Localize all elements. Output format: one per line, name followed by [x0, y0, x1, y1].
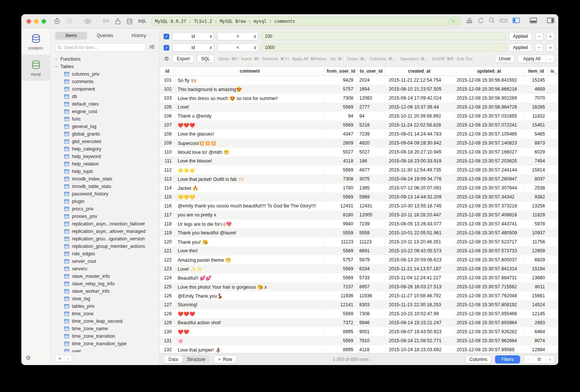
- table-row[interactable]: 131🌸556979102015-08-24 21:08:52.7712015-…: [160, 336, 558, 345]
- add-filter-button[interactable]: +: [546, 32, 555, 40]
- cell-item_id[interactable]: 9382: [525, 192, 547, 201]
- cell-created_at[interactable]: 2015-11-30 12:54:49.735: [385, 165, 453, 174]
- cell-item_id[interactable]: 11832: [525, 112, 547, 121]
- table-row[interactable]: 105Love!556927772015-12-06 10:37:39.4420…: [160, 103, 558, 112]
- cell-from_user_id[interactable]: 5569: [325, 246, 357, 255]
- cell-created_at[interactable]: 2015-08-18 20:27:10.945: [385, 148, 453, 157]
- sidebar-item-table[interactable]: password_history: [54, 190, 160, 198]
- table-row[interactable]: 129Beautiful action shot!737299462015-08…: [160, 318, 558, 327]
- sidebar-item-table[interactable]: func: [54, 115, 160, 123]
- sidebar-search-input[interactable]: [64, 45, 143, 50]
- sidebar-item-table[interactable]: replication_asyn...nnection_failover: [54, 220, 160, 228]
- column-header-created_at[interactable]: created_at: [385, 67, 453, 76]
- table-row[interactable]: 112🌟🌟🌟556948772015-11-30 12:54:49.735201…: [160, 165, 558, 174]
- sidebar-item-table[interactable]: component: [54, 85, 160, 93]
- cell-is_[interactable]: [547, 291, 558, 300]
- filter-value-input[interactable]: [261, 32, 506, 40]
- cell-is_[interactable]: [547, 130, 558, 139]
- column-header-updated_at[interactable]: updated_at: [453, 67, 525, 76]
- sidebar-item-table[interactable]: slow_log: [54, 295, 160, 303]
- cell-comment[interactable]: Stunning!: [175, 300, 325, 309]
- sidebar-item-table[interactable]: columns_priv: [54, 70, 160, 78]
- table-row[interactable]: 103Love this dress so much 😍 so nice for…: [160, 94, 558, 103]
- export-button[interactable]: Export: [173, 55, 194, 63]
- cell-to_user_id[interactable]: 9946: [357, 318, 385, 327]
- table-row[interactable]: 124Beautiful!! 💕💕556957332015-11-04 12:2…: [160, 273, 558, 282]
- toggle-left-panel-icon[interactable]: [512, 17, 520, 25]
- cell-item_id[interactable]: 6029: [525, 148, 547, 157]
- cell-comment[interactable]: Love this dress so much 😍 so nice for su…: [175, 94, 325, 103]
- cell-from_user_id[interactable]: 5757: [325, 85, 357, 94]
- cell-to_user_id[interactable]: 8691: [357, 246, 385, 255]
- cell-from_user_id[interactable]: 1780: [325, 183, 357, 192]
- cell-created_at[interactable]: 2015-10-30 13:55:18.745: [385, 201, 453, 210]
- cell-comment[interactable]: Thank u @emily: [175, 112, 325, 121]
- cell-from_user_id[interactable]: 11123: [325, 237, 357, 246]
- cell-item_id[interactable]: 12659: [525, 246, 547, 255]
- table-row[interactable]: 126@Emily Thank you💃🏽11936119362015-11-2…: [160, 291, 558, 300]
- cell-is_[interactable]: [547, 85, 558, 94]
- table-row[interactable]: 123Love! ✨✨556963342015-11-21 14:13:57.1…: [160, 264, 558, 273]
- cell-to_user_id[interactable]: 9001: [357, 327, 385, 336]
- cell-updated_at[interactable]: 2015-12-08 15:30:57.808192: [453, 300, 525, 309]
- filter-column-select[interactable]: id: [172, 32, 214, 40]
- table-row[interactable]: 102This background is amazing😍5757165420…: [160, 85, 558, 94]
- filter-checkbox[interactable]: ✓: [164, 45, 169, 51]
- cell-from_user_id[interactable]: 8180: [325, 210, 357, 219]
- cell-is_[interactable]: [547, 174, 558, 183]
- sidebar-item-table[interactable]: engine_cost: [54, 108, 160, 115]
- sidebar-item-table[interactable]: procs_priv: [54, 205, 160, 213]
- sidebar-item-table[interactable]: tables_priv: [54, 303, 160, 310]
- cell-updated_at[interactable]: 2015-12-08 15:30:56.866218: [453, 85, 525, 94]
- cell-id[interactable]: 113: [160, 174, 175, 183]
- cell-item_id[interactable]: 15661: [525, 291, 547, 300]
- sidebar-item-table[interactable]: slave_master_info: [54, 273, 160, 280]
- cell-to_user_id[interactable]: 5216: [357, 121, 385, 130]
- cell-from_user_id[interactable]: 5569: [325, 192, 357, 201]
- cell-comment[interactable]: Supercool💥💥💥: [175, 139, 325, 148]
- connection-mysql[interactable]: mysql: [21, 55, 50, 81]
- cell-item_id[interactable]: 5465: [525, 130, 547, 139]
- cell-comment[interactable]: Ur legs are to die for🙌🏼💖: [175, 219, 325, 228]
- cell-from_user_id[interactable]: 9429: [325, 76, 357, 85]
- cell-comment[interactable]: Would love to! @mith 😁: [175, 148, 325, 157]
- sidebar-item-table[interactable]: proxies_priv: [54, 213, 160, 220]
- cell-updated_at[interactable]: 2015-12-08 15:30:57.373218: [453, 201, 525, 210]
- cell-is_[interactable]: [547, 273, 558, 282]
- table-row[interactable]: 118Ur legs are to die for🙌🏼💖994072392015…: [160, 219, 558, 228]
- cell-is_[interactable]: [547, 309, 558, 318]
- table-row[interactable]: 113Love that jacket! Outfit is fab 🙌🏻730…: [160, 174, 558, 183]
- cell-to_user_id[interactable]: 5027: [357, 148, 385, 157]
- filters-button[interactable]: Filters: [495, 355, 520, 364]
- cell-to_user_id[interactable]: 6334: [357, 264, 385, 273]
- cell-updated_at[interactable]: 2015-12-08 15:30:57.855466: [453, 309, 525, 318]
- table-row[interactable]: 128❤️❤️❤️556973082015-10-15 10:02:47.992…: [160, 309, 558, 318]
- cell-created_at[interactable]: 2015-08-24 19:09:34.776: [385, 174, 453, 183]
- cell-created_at[interactable]: 2015-09-13 14:44:32.209: [385, 192, 453, 201]
- cell-from_user_id[interactable]: 9940: [325, 219, 357, 228]
- table-row[interactable]: 101So fly 🙌🏼942920242015-11-21 22:12:54.…: [160, 76, 558, 85]
- cell-updated_at[interactable]: 2015-12-08 15:30:57.34342: [453, 192, 525, 201]
- cell-id[interactable]: 101: [160, 76, 175, 85]
- cell-id[interactable]: 119: [160, 228, 175, 237]
- filter-column-select[interactable]: id: [172, 43, 214, 52]
- applied-button[interactable]: Applied: [509, 43, 532, 52]
- cell-id[interactable]: 129: [160, 318, 175, 327]
- add-row-button[interactable]: + Row: [214, 355, 236, 364]
- cell-item_id[interactable]: 8011: [525, 282, 547, 291]
- cell-comment[interactable]: Love!: [175, 103, 325, 112]
- zoom-window-button[interactable]: [42, 19, 46, 24]
- cell-to_user_id[interactable]: 7910: [357, 336, 385, 345]
- cell-to_user_id[interactable]: 4118: [357, 345, 385, 353]
- columns-button[interactable]: Columns: [465, 355, 491, 364]
- cell-comment[interactable]: Jacket 🔥: [175, 183, 325, 192]
- cell-is_[interactable]: [547, 121, 558, 130]
- cell-updated_at[interactable]: 2015-12-08 15:30:57.715562: [453, 282, 525, 291]
- cell-comment[interactable]: Love this photo! Your hair is gorgeous 😘…: [175, 282, 325, 291]
- cell-from_user_id[interactable]: 5569: [325, 336, 357, 345]
- cell-is_[interactable]: [547, 219, 558, 228]
- cell-created_at[interactable]: 2015-10-15 10:02:47.99: [385, 309, 453, 318]
- cell-from_user_id[interactable]: 7308: [325, 174, 357, 183]
- cell-created_at[interactable]: 2015-11-24 22:02:58.828: [385, 121, 453, 130]
- sidebar-item-table[interactable]: general_log: [54, 123, 160, 130]
